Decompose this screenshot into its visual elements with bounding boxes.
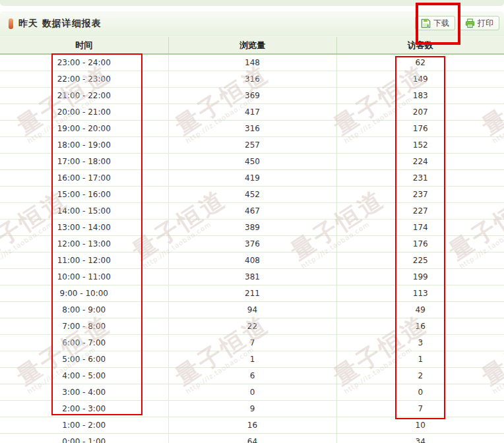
visitors-cell: 231 <box>336 170 504 187</box>
pageviews-cell: 22 <box>168 318 336 335</box>
title-marker-icon <box>9 18 13 29</box>
pageviews-cell: 6 <box>168 368 336 384</box>
pageviews-cell: 369 <box>168 88 336 104</box>
pageviews-cell: 316 <box>168 71 336 88</box>
pageviews-cell: 381 <box>168 269 336 285</box>
time-cell: 6:00 - 7:00 <box>0 335 168 351</box>
pageviews-cell: 419 <box>168 170 336 187</box>
report-table: 时间 浏览量 访客数 23:00 - 24:001486222:00 - 23:… <box>0 37 504 443</box>
floppy-disk-icon <box>421 18 431 28</box>
time-cell: 19:00 - 20:00 <box>0 121 168 137</box>
visitors-cell: 224 <box>336 154 504 170</box>
download-button[interactable]: 下载 <box>415 16 455 30</box>
table-row: 17:00 - 18:00450224 <box>0 154 504 170</box>
time-cell: 8:00 - 9:00 <box>0 302 168 318</box>
time-cell: 17:00 - 18:00 <box>0 154 168 170</box>
time-cell: 23:00 - 24:00 <box>0 54 168 71</box>
pageviews-cell: 316 <box>168 121 336 137</box>
time-cell: 18:00 - 19:00 <box>0 137 168 154</box>
time-cell: 22:00 - 23:00 <box>0 71 168 88</box>
column-header-visitors: 访客数 <box>336 37 504 54</box>
pageviews-cell: 408 <box>168 252 336 269</box>
table-row: 10:00 - 11:00381199 <box>0 269 504 285</box>
time-cell: 4:00 - 5:00 <box>0 368 168 384</box>
visitors-cell: 3 <box>336 335 504 351</box>
table-row: 18:00 - 19:00257152 <box>0 137 504 154</box>
page-title: 昨天 数据详细报表 <box>18 18 102 30</box>
time-cell: 11:00 - 12:00 <box>0 252 168 269</box>
time-cell: 1:00 - 2:00 <box>0 417 168 434</box>
print-button-label: 打印 <box>478 18 493 29</box>
time-cell: 5:00 - 6:00 <box>0 351 168 368</box>
visitors-cell: 16 <box>336 318 504 335</box>
visitors-cell: 207 <box>336 104 504 121</box>
table-header-row: 时间 浏览量 访客数 <box>0 37 504 54</box>
table-row: 7:00 - 8:002216 <box>0 318 504 335</box>
time-cell: 13:00 - 14:00 <box>0 220 168 236</box>
table-row: 13:00 - 14:00389174 <box>0 220 504 236</box>
printer-icon <box>465 18 475 28</box>
visitors-cell: 34 <box>336 434 504 443</box>
table-row: 4:00 - 5:0062 <box>0 368 504 384</box>
time-cell: 21:00 - 22:00 <box>0 88 168 104</box>
visitors-cell: 225 <box>336 252 504 269</box>
table-row: 8:00 - 9:009449 <box>0 302 504 318</box>
pageviews-cell: 9 <box>168 401 336 417</box>
report-page: { "header": { "title": "昨天 数据详细报表", "dow… <box>0 0 504 443</box>
table-row: 5:00 - 6:0011 <box>0 351 504 368</box>
pageviews-cell: 467 <box>168 203 336 220</box>
table-row: 6:00 - 7:0073 <box>0 335 504 351</box>
table-row: 21:00 - 22:00369183 <box>0 88 504 104</box>
visitors-cell: 62 <box>336 54 504 71</box>
time-cell: 9:00 - 10:00 <box>0 285 168 302</box>
visitors-cell: 183 <box>336 88 504 104</box>
pageviews-cell: 452 <box>168 187 336 203</box>
title-bar: 昨天 数据详细报表 下载 <box>0 11 504 37</box>
table-row: 12:00 - 13:00376176 <box>0 236 504 252</box>
pageviews-cell: 148 <box>168 54 336 71</box>
table-row: 11:00 - 12:00408225 <box>0 252 504 269</box>
time-cell: 14:00 - 15:00 <box>0 203 168 220</box>
pageviews-cell: 389 <box>168 220 336 236</box>
print-button[interactable]: 打印 <box>459 16 499 30</box>
top-strip <box>0 0 504 6</box>
visitors-cell: 49 <box>336 302 504 318</box>
pageviews-cell: 1 <box>168 351 336 368</box>
download-button-label: 下载 <box>433 18 449 29</box>
time-cell: 3:00 - 4:00 <box>0 384 168 401</box>
visitors-cell: 149 <box>336 71 504 88</box>
visitors-cell: 152 <box>336 137 504 154</box>
time-cell: 10:00 - 11:00 <box>0 269 168 285</box>
column-header-pageviews: 浏览量 <box>168 37 336 54</box>
table-row: 2:00 - 3:0097 <box>0 401 504 417</box>
table-row: 22:00 - 23:00316149 <box>0 71 504 88</box>
time-cell: 2:00 - 3:00 <box>0 401 168 417</box>
time-cell: 7:00 - 8:00 <box>0 318 168 335</box>
pageviews-cell: 376 <box>168 236 336 252</box>
pageviews-cell: 211 <box>168 285 336 302</box>
time-cell: 0:00 - 1:00 <box>0 434 168 443</box>
pageviews-cell: 94 <box>168 302 336 318</box>
pageviews-cell: 450 <box>168 154 336 170</box>
pageviews-cell: 64 <box>168 434 336 443</box>
visitors-cell: 113 <box>336 285 504 302</box>
visitors-cell: 176 <box>336 121 504 137</box>
visitors-cell: 174 <box>336 220 504 236</box>
time-cell: 16:00 - 17:00 <box>0 170 168 187</box>
table-row: 1:00 - 2:001610 <box>0 417 504 434</box>
time-cell: 20:00 - 21:00 <box>0 104 168 121</box>
toolbar: 下载 打印 <box>415 16 499 30</box>
visitors-cell: 7 <box>336 401 504 417</box>
table-row: 16:00 - 17:00419231 <box>0 170 504 187</box>
time-cell: 12:00 - 13:00 <box>0 236 168 252</box>
table-row: 3:00 - 4:0000 <box>0 384 504 401</box>
pageviews-cell: 16 <box>168 417 336 434</box>
pageviews-cell: 7 <box>168 335 336 351</box>
pageviews-cell: 257 <box>168 137 336 154</box>
visitors-cell: 1 <box>336 351 504 368</box>
visitors-cell: 10 <box>336 417 504 434</box>
table-row: 23:00 - 24:0014862 <box>0 54 504 71</box>
table-row: 14:00 - 15:00467227 <box>0 203 504 220</box>
visitors-cell: 2 <box>336 368 504 384</box>
column-header-time: 时间 <box>0 37 168 54</box>
